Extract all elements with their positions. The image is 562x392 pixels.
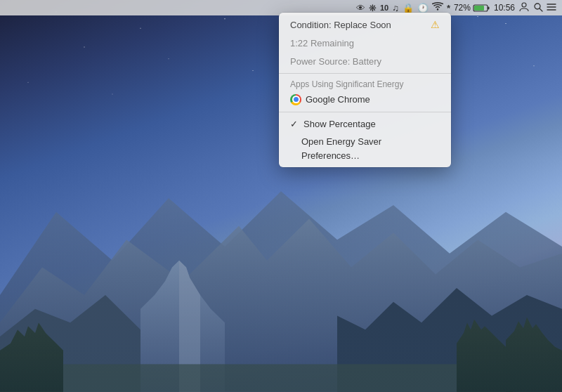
time-display: 10:56 bbox=[494, 3, 515, 13]
svg-rect-10 bbox=[0, 157, 562, 392]
divider-1 bbox=[279, 73, 451, 74]
clock-icon[interactable]: 🕐 bbox=[417, 3, 429, 13]
section-header: Apps Using Significant Energy bbox=[279, 77, 451, 91]
battery-container[interactable]: 72% bbox=[454, 3, 490, 13]
energy-prefs-item[interactable]: Open Energy Saver Preferences… bbox=[279, 133, 451, 164]
lock-icon[interactable]: 🔒 bbox=[403, 3, 414, 13]
battery-icon bbox=[473, 4, 490, 13]
divider-2 bbox=[279, 112, 451, 112]
list-icon[interactable] bbox=[547, 3, 556, 13]
condition-item: Condition: Replace Soon ⚠ bbox=[279, 15, 451, 34]
time-remaining-label: 1:22 Remaining bbox=[290, 37, 354, 51]
google-chrome-item[interactable]: Google Chrome bbox=[279, 91, 451, 109]
bluetooth-icon[interactable]: * bbox=[447, 3, 450, 13]
energy-prefs-label: Open Energy Saver Preferences… bbox=[301, 135, 440, 162]
user-icon[interactable] bbox=[518, 1, 530, 15]
desktop: 👁 ❋ 10 ♫ 🔒 🕐 * 72% bbox=[0, 0, 562, 392]
battery-dropdown: Condition: Replace Soon ⚠ 1:22 Remaining… bbox=[279, 13, 451, 167]
dropbox-icon[interactable]: ❋ bbox=[369, 3, 377, 13]
condition-label: Condition: Replace Soon bbox=[290, 18, 391, 32]
svg-point-15 bbox=[522, 3, 526, 7]
music-icon[interactable]: ♫ bbox=[392, 3, 399, 13]
ten-icon[interactable]: 10 bbox=[380, 4, 388, 12]
power-source-item: Power Source: Battery bbox=[279, 53, 451, 71]
checkmark-icon: ✓ bbox=[290, 117, 298, 131]
mountain-background bbox=[0, 157, 562, 392]
chrome-icon bbox=[290, 94, 301, 105]
svg-point-11 bbox=[437, 8, 438, 10]
svg-line-17 bbox=[540, 8, 542, 11]
power-source-label: Power Source: Battery bbox=[290, 55, 381, 69]
wifi-icon[interactable] bbox=[432, 2, 443, 13]
show-percentage-item[interactable]: ✓ Show Percentage bbox=[279, 115, 451, 133]
chrome-label: Google Chrome bbox=[306, 93, 370, 107]
warning-icon: ⚠ bbox=[431, 18, 440, 32]
eye-icon[interactable]: 👁 bbox=[356, 3, 365, 13]
time-remaining-item: 1:22 Remaining bbox=[279, 34, 451, 53]
search-icon[interactable] bbox=[533, 2, 543, 14]
show-percentage-label: Show Percentage bbox=[303, 117, 376, 131]
battery-percentage: 72% bbox=[454, 3, 471, 13]
svg-rect-14 bbox=[474, 6, 484, 11]
svg-rect-13 bbox=[488, 6, 490, 9]
